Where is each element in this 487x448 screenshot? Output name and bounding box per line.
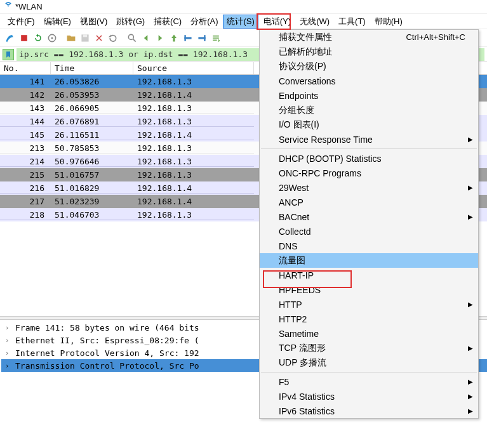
toolbar-prev-icon[interactable] [140, 32, 152, 44]
caret-icon: › [5, 336, 11, 345]
svg-rect-8 [184, 35, 185, 41]
menu-item[interactable]: 捕获文件属性Ctrl+Alt+Shift+C [260, 30, 478, 44]
chevron-right-icon: ▶ [468, 213, 473, 220]
menu-separator [261, 372, 477, 372]
menu-item[interactable]: 统计(S) [223, 15, 258, 29]
menu-item[interactable]: DHCP (BOOTP) Statistics [260, 151, 478, 166]
toolbar-stop-icon[interactable] [18, 32, 30, 44]
chevron-right-icon: ▶ [468, 136, 473, 143]
menu-item[interactable]: 帮助(H) [371, 15, 406, 29]
menu-item[interactable]: HART-IP [260, 268, 478, 282]
svg-rect-10 [204, 35, 205, 41]
chevron-right-icon: ▶ [468, 345, 473, 352]
menu-item[interactable]: ANCP [260, 195, 478, 209]
menu-item[interactable]: TCP 流图形▶ [260, 341, 478, 355]
menu-item[interactable]: 文件(F) [4, 15, 39, 29]
caret-icon: › [5, 324, 11, 332]
caret-icon: › [5, 362, 11, 370]
menu-separator [261, 148, 477, 149]
app-icon [4, 1, 13, 12]
chevron-right-icon: ▶ [468, 301, 473, 308]
statistics-menu-popup: 捕获文件属性Ctrl+Alt+Shift+C已解析的地址协议分级(P)Conve… [259, 29, 479, 419]
toolbar-first-icon[interactable] [182, 32, 194, 44]
toolbar-options-icon[interactable] [46, 32, 58, 44]
menubar: 文件(F)编辑(E)视图(V)跳转(G)捕获(C)分析(A)统计(S)电话(Y)… [0, 14, 487, 29]
menu-item[interactable]: HTTP2 [260, 312, 478, 326]
svg-line-6 [133, 39, 136, 41]
chevron-right-icon: ▶ [468, 393, 473, 400]
svg-point-5 [128, 34, 133, 39]
menu-item[interactable]: HTTP▶ [260, 297, 478, 312]
menu-item[interactable]: Conversations [260, 74, 478, 88]
toolbar-autoscroll-icon[interactable] [210, 32, 222, 44]
menu-item[interactable]: IPv4 Statistics▶ [260, 389, 478, 404]
menu-item[interactable]: BACnet▶ [260, 209, 478, 224]
menu-item[interactable]: 视图(V) [76, 15, 111, 29]
toolbar-find-icon[interactable] [126, 32, 138, 44]
menu-item[interactable]: Service Response Time▶ [260, 132, 478, 147]
menu-item[interactable]: I/O 图表(I) [260, 117, 478, 132]
menu-item[interactable]: 已解析的地址 [260, 44, 478, 59]
toolbar-close-icon[interactable] [93, 32, 105, 44]
menu-item[interactable]: ONC-RPC Programs [260, 166, 478, 180]
toolbar-restart-icon[interactable] [32, 32, 44, 44]
menu-item[interactable]: Sametime [260, 326, 478, 341]
menu-item[interactable]: 无线(W) [296, 15, 333, 29]
titlebar: *WLAN [0, 0, 487, 14]
col-header-source[interactable]: Source [133, 62, 254, 74]
menu-item[interactable]: 工具(T) [335, 15, 370, 29]
menu-item[interactable]: F5▶ [260, 374, 478, 389]
toolbar-reload-icon[interactable] [107, 32, 119, 44]
menu-item[interactable]: IPv6 Statistics▶ [260, 404, 478, 418]
menu-item[interactable]: HPFEEDS [260, 282, 478, 297]
col-header-no[interactable]: No. [0, 62, 51, 74]
caret-icon: › [5, 349, 11, 357]
window-title: *WLAN [15, 2, 43, 11]
menu-item[interactable]: DNS [260, 239, 478, 253]
col-header-time[interactable]: Time [51, 62, 133, 74]
toolbar-open-icon[interactable] [65, 32, 77, 44]
toolbar-fin-icon[interactable] [4, 32, 17, 44]
filter-bookmark-icon[interactable] [3, 49, 14, 60]
chevron-right-icon: ▶ [468, 378, 473, 385]
chevron-right-icon: ▶ [468, 184, 473, 191]
chevron-right-icon: ▶ [468, 407, 473, 414]
menu-item[interactable]: 分析(A) [187, 15, 222, 29]
svg-rect-0 [21, 35, 27, 41]
toolbar-next-icon[interactable] [154, 32, 166, 44]
menu-item[interactable]: 29West▶ [260, 180, 478, 195]
menu-item[interactable]: 流量图 [260, 253, 478, 268]
menu-item[interactable]: 电话(Y) [260, 15, 295, 29]
svg-point-2 [51, 37, 53, 39]
menu-item[interactable]: 跳转(G) [112, 15, 149, 29]
menu-item[interactable]: 捕获(C) [150, 15, 185, 29]
menu-item[interactable]: UDP 多播流 [260, 355, 478, 370]
menu-item[interactable]: 协议分级(P) [260, 59, 478, 74]
toolbar-jump-icon[interactable] [168, 32, 180, 44]
menu-item[interactable]: Collectd [260, 224, 478, 239]
menu-item[interactable]: Endpoints [260, 88, 478, 103]
toolbar-save-icon[interactable] [79, 32, 91, 44]
svg-rect-4 [83, 34, 87, 37]
menu-item[interactable]: 编辑(E) [40, 15, 75, 29]
toolbar-last-icon[interactable] [196, 32, 208, 44]
menu-item[interactable]: 分组长度 [260, 103, 478, 117]
